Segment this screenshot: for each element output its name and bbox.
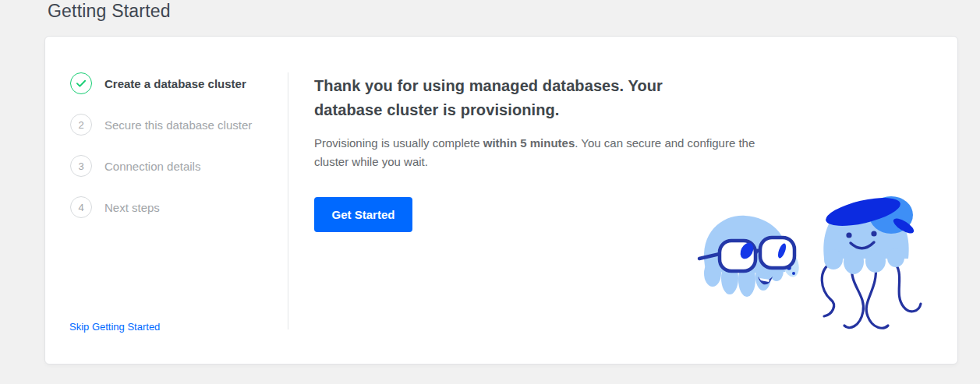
description-text: Provisioning is usually complete <box>314 136 483 150</box>
step-complete-check-icon <box>70 72 92 94</box>
step-number-badge: 3 <box>70 155 92 177</box>
step-create-database-cluster[interactable]: Create a database cluster <box>45 72 288 94</box>
skip-getting-started-link[interactable]: Skip Getting Started <box>69 321 160 333</box>
description-bold-text: within 5 minutes <box>483 136 575 150</box>
step-next-steps[interactable]: 4 Next steps <box>45 196 288 218</box>
getting-started-page: Getting Started Create a database cluste… <box>0 0 980 384</box>
step-label: Create a database cluster <box>104 77 246 90</box>
step-label: Next steps <box>104 201 160 214</box>
jellyfish-with-cap-illustration <box>805 187 926 344</box>
jellyfish-with-glasses-illustration <box>694 208 799 311</box>
content-panel: Thank you for using managed databases. Y… <box>288 37 957 364</box>
provisioning-heading: Thank you for using managed databases. Y… <box>314 74 735 122</box>
step-label: Secure this database cluster <box>104 118 252 132</box>
steps-panel: Create a database cluster 2 Secure this … <box>45 37 288 364</box>
getting-started-card: Create a database cluster 2 Secure this … <box>44 36 958 365</box>
step-label: Connection details <box>104 160 200 173</box>
provisioning-description: Provisioning is usually complete within … <box>314 134 773 171</box>
step-secure-cluster[interactable]: 2 Secure this database cluster <box>45 114 288 136</box>
page-title: Getting Started <box>48 1 171 22</box>
step-number-badge: 4 <box>70 196 92 218</box>
step-number-badge: 2 <box>70 114 92 136</box>
get-started-button[interactable]: Get Started <box>314 197 412 232</box>
step-connection-details[interactable]: 3 Connection details <box>45 155 288 177</box>
